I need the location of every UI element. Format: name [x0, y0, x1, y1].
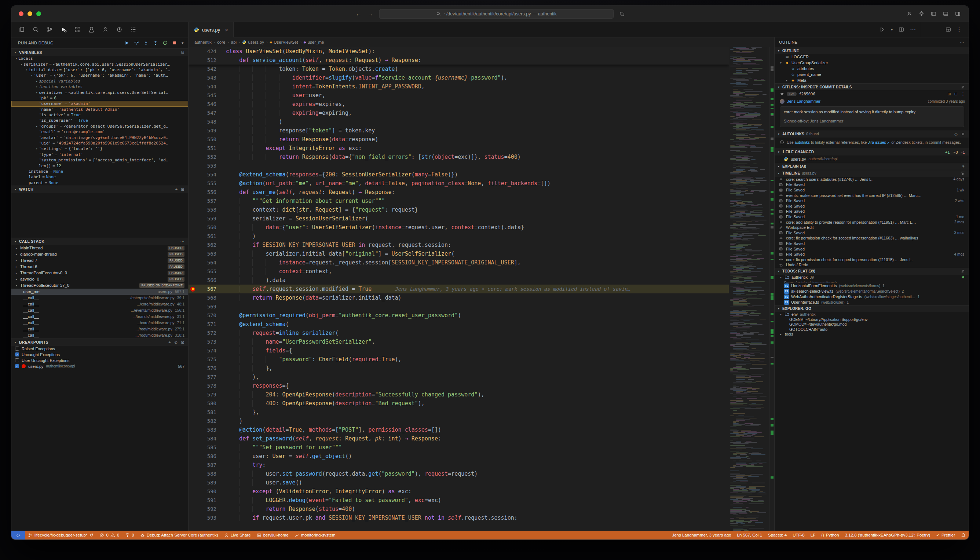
gutter-glyph[interactable] — [188, 249, 200, 258]
code-line[interactable]: 567 self.request.session.modified = True… — [188, 285, 729, 293]
breadcrumb-item[interactable]: users.py — [242, 40, 264, 44]
breakpoint-checkbox[interactable] — [15, 347, 19, 351]
expand-arrow-icon[interactable]: ▾ — [785, 79, 788, 82]
expand-arrow-icon[interactable]: ▾ — [20, 63, 23, 66]
line-number[interactable]: 512 — [200, 56, 217, 65]
add-breakpoint-icon[interactable]: + — [168, 340, 171, 345]
line-number[interactable]: 573 — [200, 337, 217, 346]
go-env-variable[interactable]: GOTOOLCHAIN=auto — [775, 327, 968, 332]
source-control-icon[interactable] — [47, 27, 53, 33]
line-number[interactable]: 551 — [200, 144, 217, 153]
expand-arrow-icon[interactable]: ▸ — [16, 253, 20, 256]
indentation-indicator[interactable]: Spaces: 4 — [765, 531, 790, 540]
breadcrumb-item[interactable]: ◆user_me — [304, 40, 324, 44]
code-line[interactable]: 566 ).data — [188, 276, 729, 285]
gutter-glyph[interactable] — [188, 232, 200, 240]
expand-arrow-icon[interactable]: ▸ — [35, 80, 39, 83]
autolink-add-icon[interactable]: ◇ — [954, 132, 958, 137]
variable-row[interactable]: 'is_superuser'=True — [12, 118, 188, 123]
testing-icon[interactable] — [88, 27, 95, 33]
line-number[interactable]: 555 — [200, 179, 217, 188]
line-number[interactable]: 558 — [200, 205, 217, 214]
variable-row[interactable]: ▸serializer=<authentik.core.api.users.Us… — [12, 90, 188, 95]
call-stack-thread[interactable]: ▸ThreadPoolExecutor-0_0PAUSED — [12, 270, 188, 276]
expand-arrow-icon[interactable]: ▸ — [16, 278, 20, 281]
gutter-glyph[interactable] — [188, 443, 200, 452]
gitlens-section-header[interactable]: ▾GITLENS: INSPECT: COMMIT DETAILS — [775, 83, 968, 90]
debug-dropdown-icon[interactable]: ▾ — [182, 41, 184, 45]
code-line[interactable]: 591 LOGGER.debug(event="Failed to set pa… — [188, 496, 729, 505]
timeline-section-header[interactable]: ▾TIMELINE users.py — [775, 170, 968, 177]
explain-ai-section-header[interactable]: ▸EXPLAIN (AI) ✳ — [775, 163, 968, 170]
code-line[interactable]: 593 if request.user.pk and SESSION_KEY_I… — [188, 513, 729, 522]
commit-row[interactable]: 12s f285096 ⊞⊟⋮ — [775, 90, 968, 98]
code-line[interactable]: 572 request=inline_serializer( — [188, 328, 729, 337]
copy-sha-icon[interactable]: ⊟ — [954, 92, 958, 97]
line-number[interactable]: 575 — [200, 355, 217, 364]
variable-row[interactable]: ▾'user'={'pk': 6, 'username': 'akadmin',… — [12, 73, 188, 78]
code-line[interactable]: 590 except (ValidationError, IntegrityEr… — [188, 487, 729, 496]
timeline-entry[interactable]: File Saved1 wk — [775, 187, 968, 193]
line-number[interactable]: 580 — [200, 399, 217, 408]
code-line[interactable]: 555 @action(url_path="me", url_name="me"… — [188, 179, 729, 188]
line-number[interactable]: 572 — [200, 328, 217, 337]
code-line[interactable]: 589 user.save() — [188, 478, 729, 487]
minimize-window-button[interactable] — [28, 12, 32, 16]
call-stack-thread[interactable]: ▸asyncio_0PAUSED — [12, 276, 188, 282]
code-line[interactable]: 584 def set_password(self, request: Requ… — [188, 434, 729, 443]
settings-gear-icon[interactable] — [919, 11, 924, 17]
code-line[interactable]: 553 — [188, 162, 729, 170]
line-number[interactable]: 554 — [200, 170, 217, 179]
line-number[interactable]: 571 — [200, 320, 217, 328]
todo-workspace-row[interactable]: ▾authentik39 — [775, 275, 968, 280]
code-line[interactable]: 544 intent=TokenIntents.INTENT_APP_PASSW… — [188, 82, 729, 91]
breakpoint-checkbox[interactable]: ✓ — [15, 352, 19, 357]
line-number[interactable]: 585 — [200, 443, 217, 452]
variable-row[interactable]: ▸'settings'={'locale': ''} — [12, 146, 188, 152]
gutter-glyph[interactable] — [188, 320, 200, 328]
line-number[interactable]: 561 — [200, 232, 217, 240]
close-window-button[interactable] — [19, 12, 23, 16]
call-stack-frame[interactable]: user_meusers.py567:1 — [12, 288, 188, 295]
toggle-breakpoints-icon[interactable]: ⊘ — [174, 340, 178, 345]
code-line[interactable]: 565 context=context, — [188, 267, 729, 276]
outline-item[interactable]: ▤LOGGER — [775, 54, 968, 60]
breakpoint-checkbox[interactable] — [15, 358, 19, 362]
variables-section-header[interactable]: ▾VARIABLES ⊟ — [12, 48, 188, 56]
expand-arrow-icon[interactable]: ▾ — [30, 74, 34, 77]
changed-file-row[interactable]: users.py authentik/core/api — [775, 155, 968, 163]
gutter-glyph[interactable] — [188, 91, 200, 100]
expand-arrow-icon[interactable]: ▸ — [16, 265, 20, 268]
line-number[interactable]: 583 — [200, 425, 217, 434]
code-line[interactable]: 558 context: dict[str, Request] = {"requ… — [188, 205, 729, 214]
command-center[interactable]: ~/dev/authentik/authentik/core/api/users… — [379, 9, 614, 19]
call-stack-section-header[interactable]: ▾CALL STACK ⋯ — [12, 238, 188, 245]
line-number[interactable]: 560 — [200, 223, 217, 232]
line-number[interactable]: 591 — [200, 496, 217, 505]
variable-row[interactable]: 'avatar'='data:image/svg+xml;base64,PHN2… — [12, 135, 188, 140]
expand-arrow-icon[interactable]: ▾ — [779, 61, 783, 65]
call-stack-frame[interactable]: __call__.../brands/middleware.py31:1 — [12, 313, 188, 320]
gutter-glyph[interactable] — [188, 258, 200, 267]
line-number[interactable]: 590 — [200, 487, 217, 496]
code-line[interactable]: 512 def service_account(self, request: R… — [188, 56, 729, 65]
expand-arrow-icon[interactable]: ▸ — [16, 272, 20, 275]
breakpoint-row[interactable]: Raised Exceptions — [12, 346, 188, 352]
problems-indicator[interactable]: 0 0 — [97, 531, 122, 540]
close-tab-icon[interactable]: × — [225, 27, 228, 33]
code-editor[interactable]: 542 token: Token = Token.objects.create(… — [188, 47, 774, 531]
autolinks-section-header[interactable]: ▾AUTOLINKS 0 found ◇ — [775, 130, 968, 138]
gutter-glyph[interactable] — [188, 293, 200, 302]
line-number[interactable]: 579 — [200, 390, 217, 399]
code-line[interactable]: 559 serializer = SessionUserSerializer( — [188, 214, 729, 223]
outline-item[interactable]: ◇attributes — [775, 66, 968, 72]
code-line[interactable]: 546 expires=expires, — [188, 100, 729, 108]
code-line[interactable]: 563 serializer.initial_data["original"] … — [188, 249, 729, 258]
code-line[interactable]: 554 @extend_schema(responses={200: Sessi… — [188, 170, 729, 179]
zoom-window-button[interactable] — [36, 12, 41, 16]
outline-item[interactable]: ◇parent_name — [775, 72, 968, 77]
code-line[interactable]: 586 user: User = self.get_object() — [188, 452, 729, 461]
autolink-settings-icon[interactable] — [961, 132, 965, 136]
line-number[interactable]: 547 — [200, 108, 217, 117]
open-in-graph-icon[interactable]: ⊞ — [948, 92, 951, 97]
